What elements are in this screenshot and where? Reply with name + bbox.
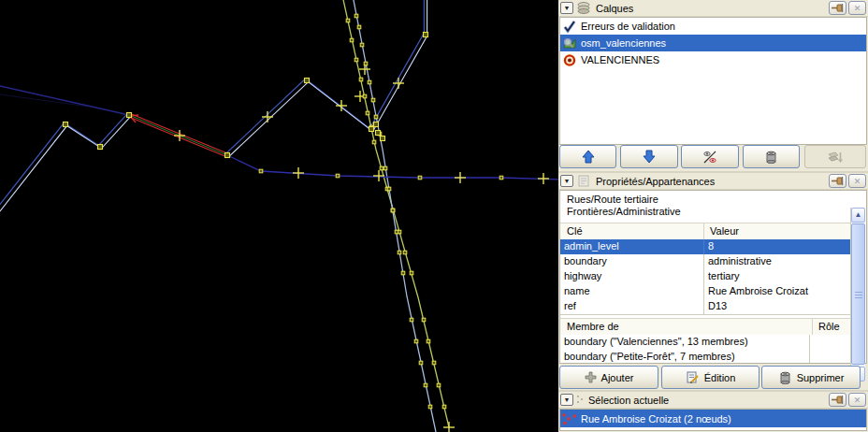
tag-row[interactable]: highway tertiary [560,269,851,285]
map-node[interactable] [374,115,378,119]
map-node[interactable] [259,169,263,173]
map-way-boundary-east[interactable] [227,155,558,180]
map-node[interactable] [424,383,427,387]
membership-table-header: Membre de Rôle [560,318,851,336]
map-node[interactable] [432,361,436,365]
close-panel-button[interactable]: ✕ [848,174,866,188]
map-node[interactable] [369,127,374,132]
map-node[interactable] [422,318,426,322]
close-panel-button[interactable]: ✕ [848,393,866,407]
scroll-up-button[interactable]: ▲ [851,208,865,223]
delete-tag-button[interactable]: Supprimer [761,366,861,389]
layer-row-valenciennes[interactable]: VALENCIENNES [560,51,866,68]
map-node[interactable] [372,140,376,144]
map-node[interactable] [350,38,354,42]
map-node[interactable] [225,153,230,158]
tag-row[interactable]: boundary administrative [560,254,851,270]
sticky-pin-button[interactable] [829,1,846,15]
tag-row[interactable]: admin_level 8 [560,239,851,255]
map-way-road-northeast[interactable] [369,0,424,128]
map-node[interactable] [354,14,358,18]
close-icon: ✕ [854,4,861,13]
membership-row[interactable]: boundary ("Valenciennes", 13 membres) [560,335,851,351]
add-tag-button[interactable]: Ajouter [559,366,658,389]
map-node[interactable] [387,187,391,191]
layer-row-validation-errors[interactable]: Erreurs de validation [560,18,866,35]
layer-toggle-visibility-button[interactable] [681,145,739,168]
map-node[interactable] [410,318,413,322]
validation-check-icon [562,20,577,34]
map-way-road-east[interactable] [225,79,369,153]
layers-icon [576,1,591,15]
map-node[interactable] [499,176,503,180]
tag-row[interactable]: name Rue Ambroise Croizat [560,284,851,300]
map-node[interactable] [403,251,407,254]
selection-row[interactable]: Rue Ambroise Croizat (2 nœuds) [560,410,866,427]
map-node[interactable] [98,145,103,150]
map-way-road-northeast[interactable] [373,0,427,132]
layer-move-up-button[interactable] [559,145,616,168]
map-node[interactable] [391,209,395,212]
sticky-pin-button[interactable] [829,393,846,407]
map-node[interactable] [366,111,369,115]
edit-tag-button[interactable]: Édition [661,366,760,389]
map-way-selected-way-rue-ambroise-croizat[interactable] [128,117,226,157]
map-node[interactable] [305,79,310,83]
map-node[interactable] [336,174,340,178]
map-node[interactable] [419,361,423,365]
map-way-boundary-west[interactable] [0,86,129,115]
map-node[interactable] [395,230,398,234]
membership-row[interactable]: boundary ("Petite-Forêt", 7 membres) [560,350,851,363]
map-node[interactable] [442,405,446,409]
map-canvas[interactable] [0,0,558,432]
collapse-arrow-icon[interactable]: ▼ [560,2,573,14]
map-node[interactable] [437,383,441,387]
tag-row[interactable]: ref D13 [560,299,851,315]
layer-name: Erreurs de validation [581,21,675,32]
map-node[interactable] [374,122,379,127]
layer-delete-button[interactable] [743,145,800,168]
map-node[interactable] [364,62,368,65]
merge-down-icon [827,151,844,164]
map-node[interactable] [371,98,375,102]
trash-cylinder-icon [778,370,792,385]
key-column-header: Clé [560,223,704,239]
map-node[interactable] [428,405,432,409]
preset-label[interactable]: Rues/Route tertiaire [560,194,851,206]
map-way-road-west[interactable] [0,117,131,226]
map-node[interactable] [398,251,401,254]
collapse-arrow-icon[interactable]: ▼ [560,394,573,406]
sticky-pin-button[interactable] [829,174,846,188]
map-node[interactable] [64,122,68,127]
map-way-selected-way-rue-ambroise-croizat[interactable] [130,113,228,153]
map-node[interactable] [424,33,428,37]
layer-merge-down-button[interactable] [804,145,866,168]
pin-icon [832,395,844,405]
map-way-road-east[interactable] [229,82,373,157]
map-node[interactable] [381,137,385,141]
map-node[interactable] [414,339,418,343]
close-panel-button[interactable]: ✕ [848,1,866,15]
map-node[interactable] [363,94,367,98]
map-node[interactable] [410,271,413,275]
map-node[interactable] [427,339,430,343]
map-node[interactable] [383,166,387,170]
map-node[interactable] [368,80,371,84]
map-node[interactable] [127,113,132,118]
scrollbar-thumb[interactable] [851,223,865,365]
preset-label[interactable]: Frontières/Administrative [560,206,851,218]
layer-move-down-button[interactable] [620,145,678,168]
map-node[interactable] [401,271,405,275]
properties-scrollbar[interactable]: ▲ ▼ [850,208,865,382]
map-node[interactable] [354,58,358,62]
map-node[interactable] [376,131,381,136]
map-node[interactable] [418,176,422,180]
layer-name: VALENCIENNES [581,54,659,65]
map-node[interactable] [357,25,361,29]
map-node[interactable] [360,43,364,47]
collapse-arrow-icon[interactable]: ▼ [560,175,573,187]
map-node[interactable] [359,78,363,81]
map-node[interactable] [380,166,383,170]
layer-row-osm-valenciennes[interactable]: osm_valenciennes [560,35,866,51]
map-node[interactable] [346,19,350,22]
